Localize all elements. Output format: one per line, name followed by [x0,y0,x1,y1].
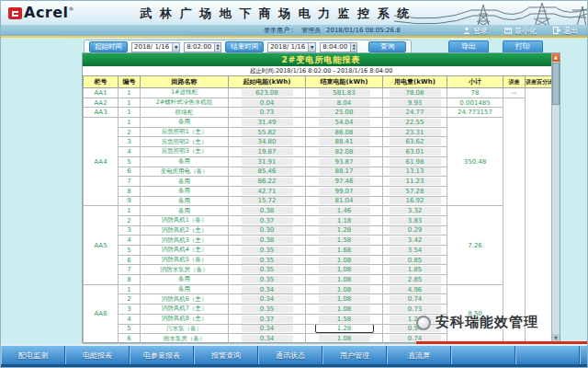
usage-cell[interactable]: 2.85 [383,275,447,285]
cabinet-cell[interactable]: AA1 [84,88,119,98]
export-button[interactable]: 导出 [448,40,489,53]
usage-cell[interactable]: 13.13 [383,167,447,177]
row-number-cell[interactable]: 8 [119,186,141,196]
start-energy-cell[interactable]: 86.22 [229,177,306,187]
circuit-name-cell[interactable]: 消防风机4（主） [141,246,229,256]
circuit-name-cell[interactable]: 雨水泵房（备） [141,334,229,344]
end-energy-cell[interactable]: 1.58 [306,314,383,324]
end-energy-cell[interactable]: 1.08 [306,305,383,315]
start-date-select[interactable]: 2018/ 1/16 ▼ [131,42,180,52]
circuit-name-cell[interactable]: 备用 [141,284,229,294]
end-energy-cell[interactable]: 1.68 [306,246,383,256]
start-energy-cell[interactable]: 0.34 [229,284,306,294]
start-energy-cell[interactable]: 0.30 [229,225,306,236]
circuit-name-cell[interactable]: 备用 [141,186,229,196]
start-energy-cell[interactable]: 0.34 [229,334,306,344]
end-energy-cell[interactable]: 82.08 [306,147,383,157]
start-time-spinner[interactable]: 8:02:00 ▲▼ [184,42,221,52]
minimize-button[interactable]: 最小化 [504,26,537,36]
nav-tab-comm-status[interactable]: 通讯状态 [258,346,322,364]
end-energy-cell[interactable]: 97.46 [306,177,383,187]
usage-cell[interactable]: 63.62 [383,137,447,147]
circuit-name-cell[interactable]: 应急照明1（主） [141,127,229,137]
circuit-name-cell[interactable]: 消防水泵房（备） [141,265,229,275]
start-energy-cell[interactable]: 19.87 [229,147,306,157]
row-number-cell[interactable]: 6 [119,334,141,344]
spinner-arrows[interactable]: ▲▼ [350,43,356,52]
usage-cell[interactable]: 57.28 [383,186,447,196]
error-cell[interactable]: — [503,88,526,98]
nav-tab-energy-report[interactable]: 电能报表 [65,346,130,364]
end-energy-cell[interactable]: 1.08 [306,334,383,344]
start-energy-cell[interactable]: 0.35 [229,255,306,265]
end-energy-cell[interactable]: 93.87 [306,156,383,167]
row-number-cell[interactable]: 5 [119,324,141,334]
usage-cell[interactable]: 23.31 [383,127,447,137]
row-number-cell[interactable]: 1 [119,108,141,118]
circuit-name-cell[interactable]: 消防风机2（主） [141,225,229,236]
start-energy-cell[interactable]: 0.35 [229,265,306,275]
circuit-name-cell[interactable]: 1#进线柜 [141,88,229,98]
circuit-name-cell[interactable]: 应急照明2（主） [141,137,229,147]
end-date-select[interactable]: 2018/ 1/16 ▼ [267,42,316,52]
row-number-cell[interactable]: 7 [119,265,141,275]
end-energy-cell[interactable]: 8.04 [306,98,383,108]
row-number-cell[interactable]: 4 [119,236,141,246]
row-number-cell[interactable]: 9 [119,196,141,206]
end-energy-cell[interactable]: 54.04 [306,118,383,128]
usage-cell[interactable]: 3.83 [383,215,447,225]
start-energy-cell[interactable]: 31.91 [229,156,306,167]
row-number-cell[interactable]: 1 [119,88,141,98]
start-energy-cell[interactable]: 0.37 [229,314,306,324]
usage-cell[interactable]: 78.08 [383,88,447,98]
spin-down-icon[interactable]: ▼ [215,47,220,52]
row-number-cell[interactable]: 5 [119,156,141,167]
start-energy-cell[interactable]: 623.08 [229,88,306,98]
error-cell[interactable] [503,98,526,343]
usage-cell[interactable]: 22.55 [383,118,447,128]
print-button[interactable]: 打印 [503,40,543,53]
start-energy-cell[interactable]: 0.35 [229,275,306,285]
end-energy-cell[interactable]: 1.08 [306,284,383,294]
start-energy-cell[interactable]: 0.04 [229,98,306,108]
row-number-cell[interactable]: 6 [119,255,141,265]
end-energy-cell[interactable]: 1.08 [306,275,383,285]
nav-tab-dc-panel[interactable]: 直流屏 [387,346,451,364]
usage-cell[interactable]: 3.42 [383,236,447,246]
row-number-cell[interactable]: 4 [119,314,141,324]
usage-cell[interactable]: 9.93 [383,98,447,108]
usage-cell[interactable]: 63.01 [383,147,447,157]
usage-cell[interactable]: 3.32 [383,206,447,216]
end-energy-cell[interactable]: 1.08 [306,265,383,275]
cabinet-cell[interactable]: AA3 [84,108,119,118]
error-pct-cell[interactable] [526,88,553,344]
end-energy-cell[interactable]: 581.83 [306,88,383,98]
usage-cell[interactable]: 4.96 [383,284,447,294]
subtotal-cell[interactable]: 78 [447,88,503,98]
row-number-cell[interactable]: 2 [119,127,141,137]
start-energy-cell[interactable]: 0.38 [229,206,306,216]
start-energy-cell[interactable]: 55.82 [229,127,306,137]
end-energy-cell[interactable]: 1.08 [306,294,383,305]
circuit-name-cell[interactable]: 备用 [141,206,229,216]
selected-cell[interactable]: 1.28 [306,324,383,334]
row-number-cell[interactable]: 3 [119,225,141,236]
end-energy-cell[interactable]: 88.17 [306,167,383,177]
row-number-cell[interactable]: 1 [119,118,141,128]
row-number-cell[interactable]: 2 [119,294,141,305]
nav-tab-alarm-query[interactable]: 报警查询 [194,346,258,364]
circuit-name-cell[interactable]: 应急照明3（主） [141,147,229,157]
row-number-cell[interactable]: 4 [119,147,141,157]
start-energy-cell[interactable]: 42.71 [229,186,306,196]
cabinet-cell[interactable]: AA5 [84,206,119,285]
end-energy-cell[interactable]: 1.58 [306,236,383,246]
circuit-name-cell[interactable]: 消防风机8（主） [141,314,229,324]
nav-tab-user-management[interactable]: 用户管理 [322,346,387,364]
nav-tab-distribution-monitor[interactable]: 配电监测 [1,346,65,364]
circuit-name-cell[interactable]: 消防风机5（备） [141,255,229,265]
row-number-cell[interactable]: 3 [119,305,141,315]
row-number-cell[interactable]: 5 [119,246,141,256]
usage-cell[interactable]: 0.74 [383,294,447,305]
cabinet-cell[interactable]: AA6 [84,284,119,343]
usage-cell[interactable]: 3.54 [383,246,447,256]
